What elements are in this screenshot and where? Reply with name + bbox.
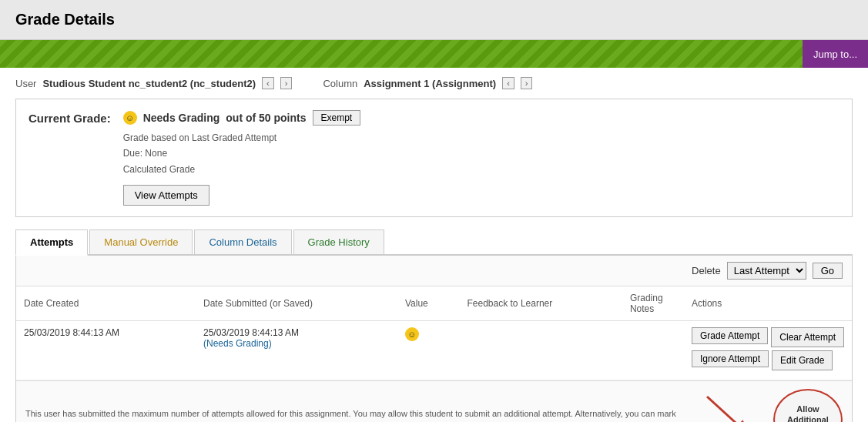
needs-grading-icon: ☺ bbox=[123, 111, 137, 125]
page-title: Grade Details bbox=[15, 11, 853, 28]
delete-select[interactable]: Last Attempt All Attempts bbox=[727, 262, 806, 280]
cell-grading-notes bbox=[622, 321, 684, 380]
delete-label: Delete bbox=[692, 265, 721, 276]
nav-bar: User Studious Student nc_student2 (nc_st… bbox=[0, 68, 868, 99]
ignore-attempt-button[interactable]: Ignore Attempt bbox=[692, 350, 769, 367]
grade-status-text: Needs Grading bbox=[143, 112, 220, 124]
edit-grade-button[interactable]: Edit Grade bbox=[772, 350, 833, 370]
green-bar: Jump to... bbox=[0, 40, 868, 68]
col-feedback: Feedback to Learner bbox=[460, 286, 622, 321]
svg-line-1 bbox=[707, 397, 752, 422]
grade-status: ☺ Needs Grading out of 50 points Exempt bbox=[123, 110, 840, 126]
tabs: Attempts Manual Override Column Details … bbox=[15, 229, 853, 256]
page-header: Grade Details bbox=[0, 0, 868, 40]
grade-info-line2: Due: None bbox=[123, 146, 840, 161]
view-attempts-button[interactable]: View Attempts bbox=[123, 185, 209, 206]
user-label: User bbox=[15, 78, 36, 89]
column-next-button[interactable]: › bbox=[521, 77, 533, 89]
grade-attempt-button[interactable]: Grade Attempt bbox=[692, 327, 768, 344]
column-label: Column bbox=[323, 78, 357, 89]
grade-details: ☺ Needs Grading out of 50 points Exempt … bbox=[123, 110, 840, 206]
go-button[interactable]: Go bbox=[813, 263, 843, 279]
bottom-text: This user has submitted the maximum numb… bbox=[25, 407, 687, 422]
cell-feedback bbox=[460, 321, 622, 380]
col-actions: Actions bbox=[684, 286, 852, 321]
actions-row-2: Ignore Attempt Edit Grade bbox=[692, 350, 844, 370]
user-value: Studious Student nc_student2 (nc_student… bbox=[42, 78, 256, 89]
grade-info-line1: Grade based on Last Graded Attempt bbox=[123, 130, 840, 146]
grade-info-line3: Calculated Grade bbox=[123, 162, 840, 177]
cell-actions: Grade Attempt Clear Attempt Ignore Attem… bbox=[684, 321, 852, 380]
delete-row: Delete Last Attempt All Attempts Go bbox=[16, 256, 852, 286]
user-next-button[interactable]: › bbox=[280, 77, 293, 89]
value-icon: ☺ bbox=[405, 327, 419, 341]
bottom-bar: This user has submitted the maximum numb… bbox=[16, 380, 852, 422]
tab-attempts[interactable]: Attempts bbox=[15, 229, 88, 256]
col-value: Value bbox=[397, 286, 460, 321]
grade-info: Grade based on Last Graded Attempt Due: … bbox=[123, 130, 840, 177]
clear-attempt-button[interactable]: Clear Attempt bbox=[771, 327, 844, 347]
tab-column-details[interactable]: Column Details bbox=[194, 229, 291, 254]
col-date-created: Date Created bbox=[16, 286, 196, 321]
exempt-button[interactable]: Exempt bbox=[313, 110, 361, 126]
attempts-table: Date Created Date Submitted (or Saved) V… bbox=[16, 286, 852, 380]
needs-grading-link[interactable]: (Needs Grading) bbox=[203, 338, 272, 349]
cell-date-submitted: 25/03/2019 8:44:13 AM (Needs Grading) bbox=[196, 321, 397, 380]
actions-row-1: Grade Attempt Clear Attempt bbox=[692, 327, 844, 347]
allow-additional-attempt-button[interactable]: AllowAdditionalAttempt bbox=[773, 389, 843, 422]
col-date-submitted: Date Submitted (or Saved) bbox=[196, 286, 397, 321]
tab-manual-override[interactable]: Manual Override bbox=[89, 229, 193, 254]
col-grading-notes: Grading Notes bbox=[622, 286, 684, 321]
user-prev-button[interactable]: ‹ bbox=[262, 77, 274, 89]
grade-label: Current Grade: bbox=[28, 112, 111, 125]
cell-date-created: 25/03/2019 8:44:13 AM bbox=[16, 321, 196, 380]
column-value: Assignment 1 (Assignment) bbox=[364, 78, 496, 89]
tab-grade-history[interactable]: Grade History bbox=[293, 229, 384, 254]
column-prev-button[interactable]: ‹ bbox=[502, 77, 514, 89]
grade-points: out of 50 points bbox=[226, 112, 306, 124]
arrow-icon bbox=[699, 393, 761, 422]
table-row: 25/03/2019 8:44:13 AM 25/03/2019 8:44:13… bbox=[16, 321, 852, 380]
attempts-area: Delete Last Attempt All Attempts Go Date… bbox=[15, 256, 853, 422]
cell-value: ☺ bbox=[397, 321, 460, 380]
current-grade-box: Current Grade: ☺ Needs Grading out of 50… bbox=[15, 99, 853, 217]
jump-to-button[interactable]: Jump to... bbox=[803, 40, 868, 68]
